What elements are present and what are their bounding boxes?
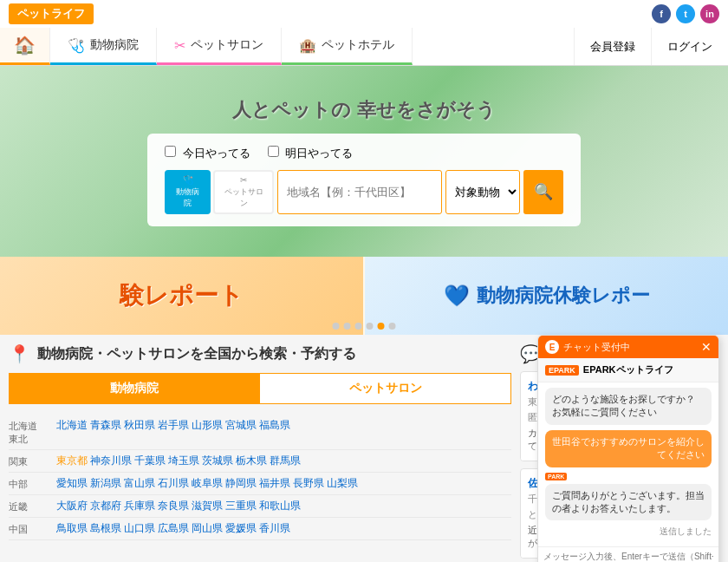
header-top: ペットライフ f t in	[0, 0, 728, 28]
region-row: 中部愛知県新潟県富山県石川県岐阜県静岡県福井県長野県山梨県	[9, 473, 511, 495]
pref-link[interactable]: 岡山県	[192, 521, 223, 536]
chat-header-label: チャット受付中	[563, 341, 630, 354]
carousel-right[interactable]: 💙 動物病院休験レポー	[365, 257, 728, 335]
pref-link[interactable]: 広島県	[158, 521, 189, 536]
pref-link[interactable]: 和歌山県	[259, 499, 301, 513]
instagram-icon[interactable]: in	[700, 4, 719, 23]
nav-hotel[interactable]: 🏨 ペットホテル	[282, 28, 413, 65]
region-label: 北海道 東北	[9, 418, 56, 446]
nav-salon[interactable]: ✂ ペットサロン	[157, 28, 282, 65]
map-icon: 📍	[9, 343, 30, 364]
pref-link[interactable]: 栃木県	[236, 454, 267, 468]
search-button[interactable]: 🔍	[523, 170, 563, 214]
pref-link[interactable]: 富山県	[124, 476, 155, 491]
carousel-dot-1[interactable]	[333, 323, 340, 330]
carousel-dot-6[interactable]	[389, 323, 396, 330]
salon-icon: ✂	[174, 37, 185, 54]
hero-title: 人とペットの 幸せをさがそう	[147, 97, 581, 123]
facebook-icon[interactable]: f	[652, 4, 671, 23]
region-prefs: 鳥取県島根県山口県広島県岡山県愛媛県香川県	[56, 521, 511, 536]
search-tab-vet[interactable]: 🩺 動物病院	[165, 170, 211, 214]
carousel-dot-3[interactable]	[355, 323, 362, 330]
chat-header: E チャット受付中 ✕	[538, 336, 718, 358]
pref-link[interactable]: 石川県	[158, 476, 189, 491]
region-row: 関東東京都神奈川県千葉県埼玉県茨城県栃木県群馬県	[9, 450, 511, 473]
pref-link[interactable]: 奈良県	[158, 499, 189, 513]
nav-register[interactable]: 会員登録	[574, 28, 651, 65]
pref-link[interactable]: 三重県	[225, 499, 257, 513]
carousel-section: 験レポート 💙 動物病院休験レポー	[0, 257, 728, 335]
carousel-dot-4[interactable]	[367, 323, 374, 330]
checkbox-today[interactable]	[165, 146, 176, 157]
pref-link[interactable]: 鳥取県	[56, 521, 88, 536]
nav-login[interactable]: ログイン	[651, 28, 728, 65]
pref-link[interactable]: 群馬県	[270, 454, 301, 468]
search-input[interactable]	[277, 170, 442, 214]
chat-user-msg: 世田谷でおすすめのサロンを紹介してください	[545, 430, 712, 467]
pref-link[interactable]: 神奈川県	[90, 454, 132, 468]
chat-park-row: PARK	[545, 473, 712, 480]
pref-link[interactable]: 岩手県	[158, 418, 189, 433]
checkbox-tomorrow[interactable]	[268, 146, 279, 157]
carousel-right-text: 動物病院休験レポー	[477, 283, 650, 309]
nav-vet[interactable]: 🩺 動物病院	[50, 28, 157, 65]
pref-link[interactable]: 大阪府	[56, 499, 88, 513]
region-prefs: 東京都神奈川県千葉県埼玉県茨城県栃木県群馬県	[56, 454, 511, 468]
nav-home[interactable]: 🏠	[0, 28, 50, 65]
pref-link[interactable]: 京都府	[90, 499, 121, 513]
region-label: 中国	[9, 521, 56, 536]
hero-content: 人とペットの 幸せをさがそう 今日やってる 明日やってる 🩺 動物病院	[147, 97, 581, 226]
region-row: 近畿大阪府京都府兵庫県奈良県滋賀県三重県和歌山県	[9, 495, 511, 518]
nav-hotel-label: ペットホテル	[322, 37, 394, 53]
pref-link[interactable]: 滋賀県	[192, 499, 223, 513]
checkbox-today-label[interactable]: 今日やってる	[165, 146, 250, 161]
chat-input-row[interactable]	[538, 546, 718, 562]
pref-link[interactable]: 香川県	[259, 521, 290, 536]
chat-bot-msg-1-text: どのような施設をお探しですか？お気軽にご質問ください	[552, 394, 695, 417]
pref-link[interactable]: 山形県	[192, 418, 223, 433]
pref-link[interactable]: 千葉県	[134, 454, 166, 468]
pref-link[interactable]: 愛知県	[56, 476, 88, 491]
search-vet-label: 動物病院	[173, 186, 202, 209]
chat-input[interactable]	[538, 547, 718, 562]
pref-link[interactable]: 福井県	[259, 476, 290, 491]
pref-link[interactable]: 秋田県	[124, 418, 155, 433]
social-icons: f t in	[652, 4, 719, 23]
chat-sent-label: 送信しました	[545, 526, 712, 538]
pref-link[interactable]: 宮城県	[225, 418, 257, 433]
hero-checkboxes: 今日やってる 明日やってる	[165, 146, 563, 161]
carousel-dot-5[interactable]	[378, 323, 385, 330]
carousel-dot-2[interactable]	[344, 323, 351, 330]
pref-link[interactable]: 埼玉県	[168, 454, 199, 468]
animal-select[interactable]: 対象動物	[445, 170, 520, 214]
carousel-left[interactable]: 験レポート	[0, 257, 363, 335]
pref-link[interactable]: 山口県	[124, 521, 155, 536]
pref-link[interactable]: 島根県	[90, 521, 121, 536]
pref-link[interactable]: 北海道	[56, 418, 88, 433]
pref-link[interactable]: 新潟県	[90, 476, 121, 491]
pref-link[interactable]: 茨城県	[202, 454, 233, 468]
pref-link[interactable]: 青森県	[90, 418, 121, 433]
checkbox-tomorrow-label[interactable]: 明日やってる	[268, 146, 354, 161]
pref-link[interactable]: 静岡県	[225, 476, 257, 491]
region-label: 関東	[9, 454, 56, 468]
chat-popup: E チャット受付中 ✕ EPARK EPARKペットライフ どのような施設をお探…	[537, 335, 719, 562]
chat-header-icon: E	[545, 340, 559, 354]
pref-link[interactable]: 東京都	[56, 454, 88, 468]
region-prefs: 愛知県新潟県富山県石川県岐阜県静岡県福井県長野県山梨県	[56, 476, 511, 491]
pref-link[interactable]: 愛媛県	[225, 521, 257, 536]
twitter-icon[interactable]: t	[676, 4, 695, 23]
pref-link[interactable]: 岐阜県	[192, 476, 223, 491]
chat-close-button[interactable]: ✕	[701, 340, 712, 354]
region-row: 中国鳥取県島根県山口県広島県岡山県愛媛県香川県	[9, 518, 511, 540]
pref-link[interactable]: 兵庫県	[124, 499, 155, 513]
pref-link[interactable]: 福島県	[259, 418, 290, 433]
region-prefs: 大阪府京都府兵庫県奈良県滋賀県三重県和歌山県	[56, 499, 511, 513]
region-prefs: 北海道青森県秋田県岩手県山形県宮城県福島県	[56, 418, 511, 433]
tab-salon[interactable]: ペットサロン	[259, 373, 511, 404]
pref-link[interactable]: 山梨県	[327, 476, 358, 491]
tab-vet[interactable]: 動物病院	[9, 373, 259, 404]
pref-link[interactable]: 長野県	[293, 476, 324, 491]
search-tab-salon[interactable]: ✂ ペットサロン	[213, 170, 274, 214]
left-section-title: 動物病院・ペットサロンを全国から検索・予約する	[37, 345, 356, 363]
